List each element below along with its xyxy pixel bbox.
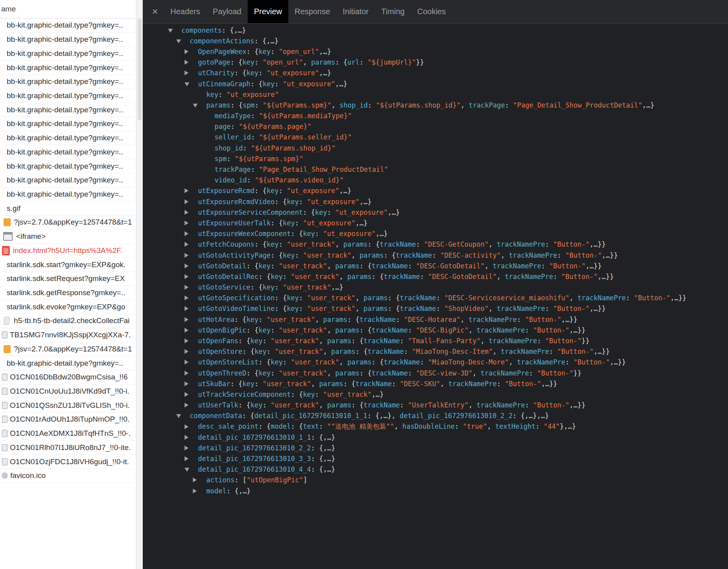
close-icon[interactable]: × bbox=[146, 0, 164, 23]
tree-line[interactable]: utGotoSpecification: {key: "user_track",… bbox=[143, 293, 728, 303]
request-row[interactable]: bb-kit.graphic-detail.type?gmkey=.. bbox=[0, 117, 136, 131]
tree-line[interactable]: key: "ut_exposure" bbox=[143, 89, 728, 100]
collapse-arrow-icon[interactable] bbox=[193, 104, 198, 108]
expand-arrow-icon[interactable] bbox=[185, 306, 189, 311]
collapse-arrow-icon[interactable] bbox=[185, 468, 189, 472]
tree-line[interactable]: params: {spm: "${utParams.spm}", shop_id… bbox=[143, 100, 728, 110]
tree-line[interactable]: utOpenFans: {key: "user_track", params: … bbox=[143, 335, 728, 346]
tab-initiator[interactable]: Initiator bbox=[336, 0, 375, 23]
tree-line[interactable]: detail_pic_1672976613010_3_3: {,…} bbox=[143, 454, 728, 464]
tree-line[interactable]: utGotoDetail: {key: "user_track", params… bbox=[143, 260, 728, 271]
expand-arrow-icon[interactable] bbox=[185, 188, 189, 193]
expand-arrow-icon[interactable] bbox=[185, 446, 189, 450]
request-row[interactable]: favicon.ico bbox=[0, 469, 136, 483]
name-column-header[interactable]: ame bbox=[0, 0, 136, 19]
request-row[interactable]: bb-kit.graphic-detail.type?gmkey=.. bbox=[0, 61, 136, 75]
request-row[interactable]: O1CN01AeXDMX1J8iTqfHTnS_!!0-. bbox=[0, 427, 136, 441]
tree-line[interactable]: detail_pic_1672976613010_4_4: {,…} bbox=[143, 464, 728, 475]
request-row[interactable]: O1CN01CnUoUu1J8iVfKd9dT_!!0-i. bbox=[0, 385, 136, 399]
request-row[interactable]: O1CN01Rlh07I1J8iURo8nJ7_!!0-ite. bbox=[0, 441, 136, 455]
expand-arrow-icon[interactable] bbox=[185, 242, 189, 247]
expand-arrow-icon[interactable] bbox=[185, 274, 189, 279]
request-row[interactable]: bb-kit.graphic-detail.type?gmkey=.. bbox=[0, 173, 136, 188]
request-row[interactable]: bb-kit.graphic-detail.type?gmkey=.. bbox=[0, 75, 136, 89]
tree-line[interactable]: utExposureRcmd: {key: "ut_exposure",…} bbox=[143, 186, 728, 196]
tree-line[interactable]: detail_pic_1672976613010_1_1: {,…} bbox=[143, 432, 728, 443]
tree-line[interactable]: utGotoActivityPage: {key: "user_track", … bbox=[143, 250, 728, 260]
request-row[interactable]: h5-tb.h5-tb-detail2.checkCollectFai bbox=[0, 314, 136, 328]
request-row[interactable]: starlink.sdk.start?gmkey=EXP&gok. bbox=[0, 258, 136, 272]
expand-arrow-icon[interactable] bbox=[185, 456, 189, 461]
scrollbar-thumb[interactable] bbox=[138, 18, 142, 121]
tree-line[interactable]: utTrackServiceComponent: {key: "user_tra… bbox=[143, 389, 728, 400]
tree-line[interactable]: utFetchCoupons: {key: "user_track", para… bbox=[143, 239, 728, 250]
tree-line[interactable]: page: "${utParams.page}" bbox=[143, 121, 728, 132]
expand-arrow-icon[interactable] bbox=[185, 424, 189, 429]
request-row[interactable]: bb-kit.graphic-detail.type?gmkey=.. bbox=[0, 188, 136, 202]
request-row[interactable]: bb-kit.graphic-detail.type?gmkey=.. bbox=[0, 46, 136, 61]
expand-arrow-icon[interactable] bbox=[185, 338, 189, 343]
expand-arrow-icon[interactable] bbox=[185, 317, 189, 322]
expand-arrow-icon[interactable] bbox=[185, 381, 189, 386]
expand-arrow-icon[interactable] bbox=[185, 221, 189, 225]
request-row[interactable]: O1CN01OzjFDC1J8iVH6gudj_!!0-it. bbox=[0, 455, 136, 469]
tab-response[interactable]: Response bbox=[288, 0, 336, 23]
tab-cookies[interactable]: Cookies bbox=[411, 0, 452, 23]
request-row[interactable]: bb-kit.graphic-detail.type?gmkey=.. bbox=[0, 131, 136, 145]
expand-arrow-icon[interactable] bbox=[185, 371, 189, 376]
request-row[interactable]: bb-kit.graphic-detail.type?gmkey=.. bbox=[0, 103, 136, 117]
tree-line[interactable]: utExposureServiceComponent: {key: "ut_ex… bbox=[143, 207, 728, 218]
request-row[interactable]: <iframe> bbox=[0, 230, 136, 244]
tree-line[interactable]: utSkuBar: {key: "user_track", params: {t… bbox=[143, 378, 728, 389]
tab-timing[interactable]: Timing bbox=[375, 0, 411, 23]
expand-arrow-icon[interactable] bbox=[185, 210, 189, 215]
tree-line[interactable]: componentActions: {,…} bbox=[143, 35, 728, 46]
request-row[interactable]: starlink.sdk.evoke?gmkey=EXP&go bbox=[0, 300, 136, 314]
tree-line[interactable]: model: {,…} bbox=[143, 485, 728, 496]
tree-line[interactable]: spm: "${utParams.spm}" bbox=[143, 153, 728, 164]
tree-line[interactable]: video_id: "${utParams.video_id}" bbox=[143, 175, 728, 186]
tree-line[interactable]: utOpenThreeD: {key: "user_track", params… bbox=[143, 368, 728, 378]
tree-line[interactable]: utExposureRcmdVideo: {key: "ut_exposure"… bbox=[143, 196, 728, 207]
tab-payload[interactable]: Payload bbox=[207, 0, 248, 23]
expand-arrow-icon[interactable] bbox=[193, 489, 197, 493]
expand-arrow-icon[interactable] bbox=[185, 349, 189, 354]
request-row[interactable]: index.html?h5Url=https%3A%2F. bbox=[0, 244, 136, 258]
tree-line[interactable]: componentData: {detail_pic_1672976613010… bbox=[143, 411, 728, 421]
tree-line[interactable]: utCinemaGraph: {key: "ut_exposure",…} bbox=[143, 78, 728, 89]
tree-line[interactable]: shop_id: "${utParams.shop_id}" bbox=[143, 143, 728, 153]
tree-line[interactable]: utUserTalk: {key: "user_track", params: … bbox=[143, 400, 728, 411]
expand-arrow-icon[interactable] bbox=[185, 264, 189, 268]
expand-arrow-icon[interactable] bbox=[185, 392, 189, 397]
tree-line[interactable]: actions: ["utOpenBigPic"] bbox=[143, 475, 728, 485]
tree-line[interactable]: utGotoService: {key: "user_track",…} bbox=[143, 282, 728, 293]
tree-line[interactable]: components: {,…} bbox=[143, 25, 728, 35]
request-row[interactable]: starlink.sdk.setRequest?gmkey=EX bbox=[0, 272, 136, 286]
tree-line[interactable]: mediaType: "${utParams.mediaType}" bbox=[143, 111, 728, 121]
tab-preview[interactable]: Preview bbox=[248, 0, 288, 23]
tree-line[interactable]: OpenPageWeex: {key: "open_url",…} bbox=[143, 46, 728, 57]
request-row[interactable]: bb-kit.graphic-detail.type?gmkey=.. bbox=[0, 19, 136, 33]
collapse-arrow-icon[interactable] bbox=[176, 39, 181, 43]
expand-arrow-icon[interactable] bbox=[185, 435, 189, 440]
request-row[interactable]: bb-kit.graphic-detail.type?gmkey=.. bbox=[0, 356, 136, 370]
request-row[interactable]: bb-kit.graphic-detail.type?gmkey=.. bbox=[0, 159, 136, 173]
tree-line[interactable]: utExposureWeexComponent: {key: "ut_expos… bbox=[143, 229, 728, 239]
expand-arrow-icon[interactable] bbox=[185, 49, 189, 54]
expand-arrow-icon[interactable] bbox=[185, 296, 189, 300]
collapse-arrow-icon[interactable] bbox=[176, 414, 181, 418]
expand-arrow-icon[interactable] bbox=[185, 403, 189, 407]
tree-line[interactable]: utExposureUserTalk: {key: "ut_exposure",… bbox=[143, 218, 728, 228]
request-row[interactable]: bb-kit.graphic-detail.type?gmkey=.. bbox=[0, 33, 136, 47]
tree-line[interactable]: utOpenBigPic: {key: "user_track", params… bbox=[143, 325, 728, 335]
request-row[interactable]: s.gif bbox=[0, 201, 136, 216]
tree-line[interactable]: utOpenStore: {key: "user_track", params:… bbox=[143, 346, 728, 357]
expand-arrow-icon[interactable] bbox=[193, 478, 197, 482]
tree-line[interactable]: utGotoVideoTimeline: {key: "user_track",… bbox=[143, 303, 728, 314]
tree-line[interactable]: utCharity: {key: "ut_exposure",…} bbox=[143, 68, 728, 78]
request-row[interactable]: O1CN01rAdOUh1J8iTupNmOP_!!0. bbox=[0, 413, 136, 427]
request-row[interactable]: ?jsv=2.7.0&appKey=12574478&t=1 bbox=[0, 342, 136, 357]
expand-arrow-icon[interactable] bbox=[185, 360, 189, 364]
request-row[interactable]: starlink.sdk.getResponse?gmkey=.. bbox=[0, 286, 136, 300]
expand-arrow-icon[interactable] bbox=[185, 328, 189, 333]
